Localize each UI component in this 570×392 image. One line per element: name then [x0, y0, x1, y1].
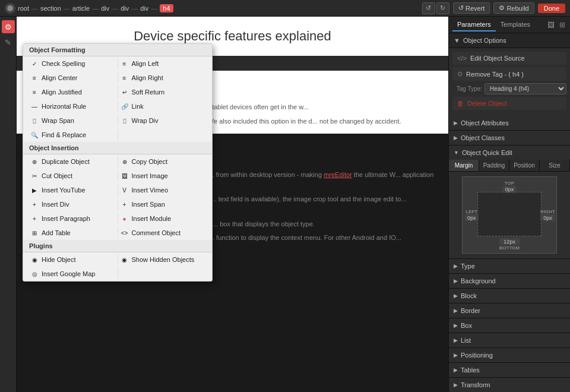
cm-row-hr-link[interactable]: — Horizontal Rule 🔗 Link [23, 99, 212, 113]
positioning-section: ▶ Positioning [449, 348, 570, 363]
cm-row-findreplace[interactable]: 🔍 Find & Replace [23, 128, 212, 142]
edit-source-row[interactable]: </> Edit Object Source [452, 52, 566, 65]
crumb-div2[interactable]: div [121, 5, 129, 12]
margin-bottom-value[interactable]: 12px [499, 238, 520, 245]
find-replace-icon: 🔍 [30, 131, 39, 139]
crumb-div3[interactable]: div [140, 5, 148, 12]
remove-tag-row[interactable]: ⊙ Remove Tag - ( h4 ) [452, 67, 566, 81]
panel-code-icon[interactable]: ⊞ [558, 20, 566, 30]
qe-tab-padding[interactable]: Padding [479, 160, 509, 171]
list-header[interactable]: ▶ List [449, 333, 570, 347]
margin-top-group: TOP 0px [503, 181, 517, 193]
duplicate-icon: ⊕ [30, 157, 39, 166]
insert-module-icon: ● [121, 214, 129, 223]
cm-check-spelling[interactable]: ✓ Check Spelling [28, 58, 118, 69]
cm-row-justified-softreturn[interactable]: ≡ Align Justified ↵ Soft Return [23, 85, 212, 99]
cm-row-cut-insertimage[interactable]: ✂ Cut Object 🖼 Insert Image [23, 169, 212, 183]
main-layout: ⚙ ✎ Device specific features explained 💾… [0, 17, 570, 392]
delete-object-row[interactable]: 🗑 Delete Object [452, 97, 566, 110]
tag-type-select[interactable]: Heading 4 (h4) Heading 1 (h1) Heading 2 … [484, 83, 566, 94]
crumb-h4[interactable]: h4 [160, 4, 173, 12]
cm-comment-object[interactable]: <> Comment Object [118, 227, 208, 238]
crumb-article[interactable]: article [72, 5, 90, 12]
qe-tab-margin[interactable]: Margin [449, 160, 479, 171]
cm-cut[interactable]: ✂ Cut Object [28, 170, 118, 181]
tab-parameters[interactable]: Parameters [452, 18, 496, 31]
block-header[interactable]: ▶ Block [449, 289, 570, 303]
cm-insert-vimeo[interactable]: V Insert Vimeo [118, 185, 208, 195]
qe-tab-position[interactable]: Position [509, 160, 540, 171]
transform-header[interactable]: ▶ Transform [449, 378, 570, 392]
cm-align-justified[interactable]: ≡ Align Justified [28, 87, 118, 97]
box-header[interactable]: ▶ Box [449, 318, 570, 333]
cm-row-wrapspan-wrapdiv[interactable]: ⌷ Wrap Span ⌷ Wrap Div [23, 113, 212, 128]
positioning-header[interactable]: ▶ Positioning [449, 348, 570, 362]
cm-link[interactable]: 🔗 Link [118, 101, 208, 112]
done-button[interactable]: Done [538, 4, 565, 13]
object-options-header[interactable]: ▼ Object Options [449, 33, 570, 48]
cm-insert-youtube[interactable]: ▶ Insert YouTube [28, 185, 118, 195]
cm-row-dup-copy[interactable]: ⊕ Duplicate Object ⊕ Copy Object [23, 154, 212, 169]
tag-type-label: Tag Type: [452, 86, 482, 92]
tab-templates[interactable]: Templates [496, 18, 535, 31]
margin-right-value[interactable]: 0px [540, 214, 555, 222]
rebuild-button[interactable]: ⚙ Rebuild [493, 2, 534, 14]
cm-row-center-right[interactable]: ≡ Align Center ≡ Align Right [23, 71, 212, 85]
cm-row-spelling-alignleft[interactable]: ✓ Check Spelling ≡ Align Left [23, 56, 212, 71]
panel-image-icon[interactable]: 🖼 [546, 20, 556, 30]
cm-align-left[interactable]: ≡ Align Left [118, 58, 208, 69]
cm-align-right[interactable]: ≡ Align Right [118, 72, 208, 83]
insert-span-icon: + [121, 200, 129, 208]
crumb-div1[interactable]: div [101, 5, 109, 12]
cm-row-div-span[interactable]: + Insert Div + Insert Span [23, 197, 212, 211]
type-label: Type [461, 263, 475, 270]
cm-wrap-span[interactable]: ⌷ Wrap Span [28, 115, 118, 126]
sidebar-edit-icon[interactable]: ✎ [2, 36, 15, 49]
cm-row-para-module[interactable]: + Insert Paragraph ● Insert Module [23, 211, 212, 226]
rebuild-icon: ⚙ [499, 4, 505, 12]
crumb-section[interactable]: section [40, 5, 61, 12]
tables-header[interactable]: ▶ Tables [449, 363, 570, 377]
wrap-div-icon: ⌷ [121, 116, 129, 125]
cm-align-center[interactable]: ≡ Align Center [28, 72, 118, 83]
margin-left-value[interactable]: 0px [465, 214, 479, 222]
cm-copy[interactable]: ⊕ Copy Object [118, 156, 208, 167]
crumb-root[interactable]: root [18, 5, 29, 12]
object-classes-header[interactable]: ▶ Object Classes [449, 131, 570, 145]
margin-top-value[interactable]: 0px [503, 186, 517, 193]
insert-image-icon: 🖼 [121, 172, 129, 180]
background-header[interactable]: ▶ Background [449, 274, 570, 288]
breadcrumb: root — section — article — div — div — d… [18, 4, 173, 12]
cm-insert-google-map[interactable]: ◎ Insert Google Map [28, 268, 118, 279]
cm-row-googlemap[interactable]: ◎ Insert Google Map [23, 267, 212, 281]
cm-wrap-div[interactable]: ⌷ Wrap Div [118, 115, 208, 126]
cm-row-hide-showhidden[interactable]: ◉ Hide Object ◉ Show Hidden Objects [23, 252, 212, 267]
cm-find-replace[interactable]: 🔍 Find & Replace [28, 129, 118, 140]
sidebar-params-icon[interactable]: ⚙ [2, 20, 15, 33]
border-header[interactable]: ▶ Border [449, 304, 570, 318]
undo-button[interactable]: ↺ [422, 2, 435, 14]
cm-insert-image[interactable]: 🖼 Insert Image [118, 170, 208, 181]
cm-hide-object[interactable]: ◉ Hide Object [28, 254, 118, 265]
cm-insert-span[interactable]: + Insert Span [118, 199, 208, 210]
cm-row-table-comment[interactable]: ⊞ Add Table <> Comment Object [23, 226, 212, 240]
cm-show-hidden[interactable]: ◉ Show Hidden Objects [118, 254, 208, 265]
cm-duplicate[interactable]: ⊕ Duplicate Object [28, 156, 118, 167]
object-options-arrow: ▼ [454, 37, 460, 44]
background-section: ▶ Background [449, 274, 570, 289]
cm-soft-return[interactable]: ↵ Soft Return [118, 87, 208, 97]
qe-tab-size[interactable]: Size [540, 160, 570, 171]
type-header[interactable]: ▶ Type [449, 259, 570, 273]
object-attributes-header[interactable]: ▶ Object Attributes [449, 116, 570, 130]
revert-button[interactable]: ↺ Revert [453, 2, 490, 14]
cm-horizontal-rule[interactable]: — Horizontal Rule [28, 101, 118, 112]
cm-row-youtube-vimeo[interactable]: ▶ Insert YouTube V Insert Vimeo [23, 183, 212, 197]
quick-edit-arrow: ▼ [454, 150, 459, 156]
redo-button[interactable]: ↻ [436, 2, 449, 14]
cm-insert-module[interactable]: ● Insert Module [118, 213, 208, 224]
cm-insert-div[interactable]: + Insert Div [28, 199, 118, 210]
cm-add-table[interactable]: ⊞ Add Table [28, 227, 118, 238]
quick-edit-header[interactable]: ▼ Object Quick Edit [449, 146, 570, 160]
cm-insert-paragraph[interactable]: + Insert Paragraph [28, 213, 118, 224]
background-label: Background [461, 277, 496, 284]
